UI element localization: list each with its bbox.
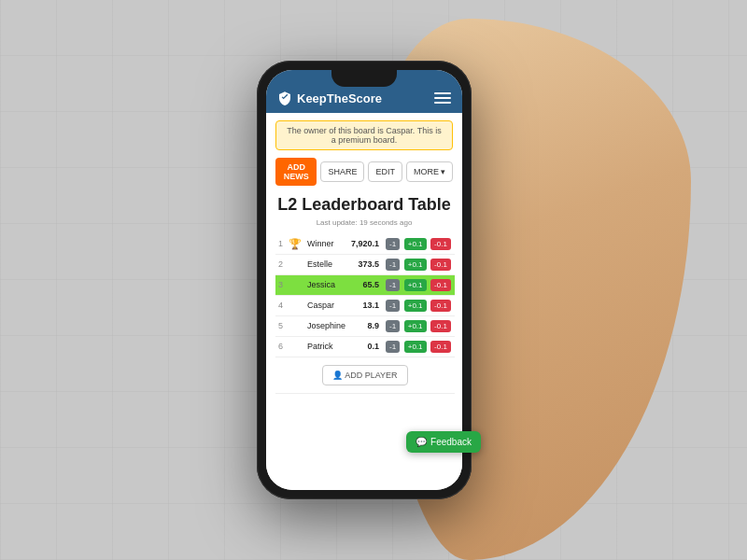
add-player-button[interactable]: 👤 ADD PLAYER: [322, 365, 407, 385]
minus-button[interactable]: -1: [386, 320, 400, 332]
player-name: Estelle: [304, 254, 348, 274]
neg-button[interactable]: -0.1: [430, 341, 451, 353]
plus-button[interactable]: +0.1: [404, 259, 427, 271]
edit-button[interactable]: EDIT: [368, 161, 402, 182]
trophy-cell: [286, 254, 304, 274]
plus-button[interactable]: +0.1: [404, 320, 427, 332]
trophy-cell: [286, 315, 304, 336]
menu-button[interactable]: [434, 92, 451, 104]
trophy-cell: 🏆: [286, 234, 304, 255]
table-row: 2 Estelle 373.5 -1 +0.1 -0.1: [275, 254, 455, 274]
neg-button[interactable]: -0.1: [430, 300, 451, 312]
score-actions: -1 +0.1 -0.1: [382, 274, 455, 295]
score-actions: -1 +0.1 -0.1: [382, 234, 455, 255]
player-name: Caspar: [304, 295, 348, 315]
score-actions: -1 +0.1 -0.1: [382, 336, 455, 357]
scene: KeepTheScore The owner of this board is …: [0, 0, 747, 560]
table-row: 4 Caspar 13.1 -1 +0.1 -0.1: [275, 295, 455, 315]
player-name: Jessica: [304, 274, 348, 295]
trophy-cell: [286, 295, 304, 315]
table-row: 1 🏆 Winner 7,920.1 -1 +0.1 -0.1: [275, 234, 455, 255]
player-name: Josephine: [304, 315, 348, 336]
feedback-icon: 💬: [416, 437, 427, 447]
rank-cell: 2: [275, 254, 286, 274]
add-player-icon: 👤: [332, 371, 345, 380]
trophy-cell: [286, 274, 304, 295]
neg-button[interactable]: -0.1: [430, 238, 451, 250]
board-title: L2 Leaderboard Table: [275, 195, 453, 216]
plus-button[interactable]: +0.1: [404, 238, 427, 250]
player-score: 7,920.1: [348, 234, 382, 255]
score-actions: -1 +0.1 -0.1: [382, 315, 455, 336]
minus-button[interactable]: -1: [386, 279, 400, 291]
phone-notch: [331, 70, 397, 87]
shield-icon: [277, 91, 292, 105]
app-logo: KeepTheScore: [277, 91, 382, 105]
rank-cell: 3: [275, 274, 286, 295]
owner-notice: The owner of this board is Caspar. This …: [275, 120, 453, 150]
player-score: 65.5: [348, 274, 382, 295]
score-actions: -1 +0.1 -0.1: [382, 295, 455, 315]
minus-button[interactable]: -1: [386, 238, 400, 250]
plus-button[interactable]: +0.1: [404, 279, 427, 291]
player-score: 373.5: [348, 254, 382, 274]
leaderboard-table: 1 🏆 Winner 7,920.1 -1 +0.1 -0.1 2 Estell…: [275, 234, 455, 394]
phone-screen: KeepTheScore The owner of this board is …: [266, 70, 462, 490]
last-update: Last update: 19 seconds ago: [275, 218, 453, 227]
rank-cell: 1: [275, 234, 286, 255]
player-name: Winner: [304, 234, 348, 255]
feedback-button[interactable]: 💬 Feedback: [406, 431, 481, 453]
share-button[interactable]: SHARE: [320, 161, 364, 182]
player-score: 8.9: [348, 315, 382, 336]
rank-cell: 6: [275, 336, 286, 357]
neg-button[interactable]: -0.1: [430, 320, 451, 332]
plus-button[interactable]: +0.1: [404, 300, 427, 312]
minus-button[interactable]: -1: [386, 341, 400, 353]
phone-device: KeepTheScore The owner of this board is …: [257, 61, 472, 499]
add-player-row: 👤 ADD PLAYER: [275, 357, 455, 393]
table-row: 6 Patrick 0.1 -1 +0.1 -0.1: [275, 336, 455, 357]
more-button[interactable]: MORE ▾: [406, 161, 453, 182]
score-actions: -1 +0.1 -0.1: [382, 254, 455, 274]
player-name: Patrick: [304, 336, 348, 357]
neg-button[interactable]: -0.1: [430, 259, 451, 271]
app-name: KeepTheScore: [297, 91, 382, 105]
rank-cell: 5: [275, 315, 286, 336]
trophy-icon: 🏆: [289, 238, 302, 249]
table-row: 5 Josephine 8.9 -1 +0.1 -0.1: [275, 315, 455, 336]
action-bar: ADD NEWS SHARE EDIT MORE ▾: [275, 158, 453, 186]
player-score: 13.1: [348, 295, 382, 315]
table-row: 3 Jessica 65.5 -1 +0.1 -0.1: [275, 274, 455, 295]
plus-button[interactable]: +0.1: [404, 341, 427, 353]
rank-cell: 4: [275, 295, 286, 315]
trophy-cell: [286, 336, 304, 357]
minus-button[interactable]: -1: [386, 259, 400, 271]
chevron-down-icon: ▾: [441, 167, 445, 176]
minus-button[interactable]: -1: [386, 300, 400, 312]
neg-button[interactable]: -0.1: [430, 279, 451, 291]
add-news-button[interactable]: ADD NEWS: [275, 158, 317, 186]
player-score: 0.1: [348, 336, 382, 357]
